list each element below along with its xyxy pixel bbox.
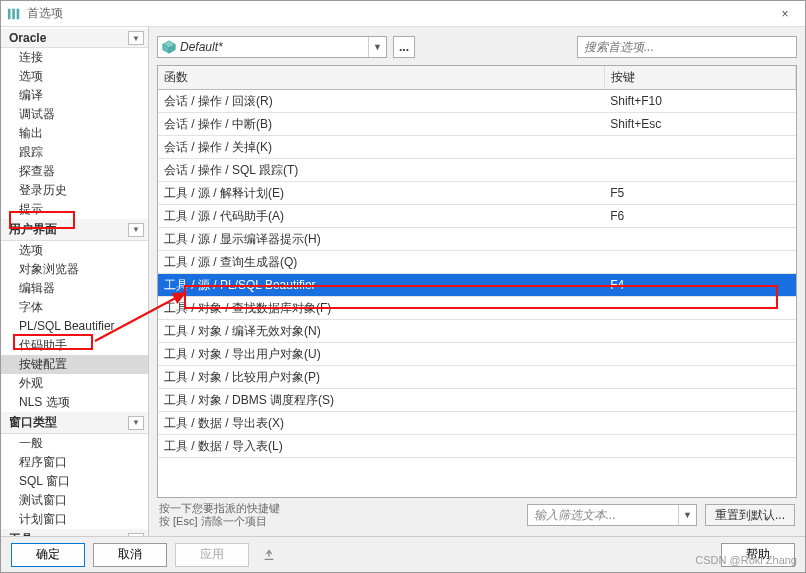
ok-button[interactable]: 确定 xyxy=(11,543,85,567)
cell-key: F5 xyxy=(604,182,795,205)
table-row[interactable]: 工具 / 源 / PL/SQL BeautifierF4 xyxy=(158,274,796,297)
tree-item[interactable]: 程序窗口 xyxy=(1,453,148,472)
cell-function: 会话 / 操作 / SQL 跟踪(T) xyxy=(158,159,604,182)
hint-line-2: 按 [Esc] 清除一个项目 xyxy=(159,515,519,528)
table-row[interactable]: 工具 / 源 / 显示编译器提示(H) xyxy=(158,228,796,251)
search-input[interactable] xyxy=(577,36,797,58)
category-header[interactable]: 窗口类型▼ xyxy=(1,412,148,434)
tree-item[interactable]: 一般 xyxy=(1,434,148,453)
table-row[interactable]: 工具 / 对象 / 查找数据库对象(F) xyxy=(158,297,796,320)
table-row[interactable]: 工具 / 数据 / 导入表(L) xyxy=(158,435,796,458)
tree-item[interactable]: 代码助手 xyxy=(1,336,148,355)
tree-item[interactable]: 字体 xyxy=(1,298,148,317)
filter-combo[interactable]: 输入筛选文本... ▼ xyxy=(527,504,697,526)
cell-key: Shift+F10 xyxy=(604,90,795,113)
chevron-down-icon[interactable]: ▼ xyxy=(128,533,144,537)
cell-key xyxy=(604,297,795,320)
chevron-down-icon[interactable]: ▼ xyxy=(128,31,144,45)
chevron-down-icon[interactable]: ▼ xyxy=(128,416,144,430)
table-row[interactable]: 工具 / 源 / 查询生成器(Q) xyxy=(158,251,796,274)
table-row[interactable]: 会话 / 操作 / 关掉(K) xyxy=(158,136,796,159)
profile-combo[interactable]: Default* ▼ xyxy=(157,36,387,58)
filter-placeholder: 输入筛选文本... xyxy=(534,507,616,524)
cell-function: 工具 / 源 / 解释计划(E) xyxy=(158,182,604,205)
table-row[interactable]: 会话 / 操作 / 中断(B)Shift+Esc xyxy=(158,113,796,136)
tree-item[interactable]: 选项 xyxy=(1,241,148,260)
category-title: Oracle xyxy=(9,31,46,45)
cell-function: 工具 / 数据 / 导出表(X) xyxy=(158,412,604,435)
tree-item[interactable]: NLS 选项 xyxy=(1,393,148,412)
cell-key xyxy=(604,366,795,389)
cube-icon xyxy=(162,40,176,54)
cell-key xyxy=(604,320,795,343)
hint-text: 按一下您要指派的快捷键 按 [Esc] 清除一个项目 xyxy=(159,502,519,528)
tree-item[interactable]: 跟踪 xyxy=(1,143,148,162)
table-row[interactable]: 工具 / 对象 / 编译无效对象(N) xyxy=(158,320,796,343)
cell-function: 工具 / 对象 / DBMS 调度程序(S) xyxy=(158,389,604,412)
tree-item[interactable]: 测试窗口 xyxy=(1,491,148,510)
cell-key: Shift+Esc xyxy=(604,113,795,136)
hint-line-1: 按一下您要指派的快捷键 xyxy=(159,502,519,515)
tree-item[interactable]: SQL 窗口 xyxy=(1,472,148,491)
help-button[interactable]: 帮助 xyxy=(721,543,795,567)
profile-more-button[interactable]: ... xyxy=(393,36,415,58)
cell-function: 工具 / 源 / 显示编译器提示(H) xyxy=(158,228,604,251)
category-header[interactable]: 用户界面▼ xyxy=(1,219,148,241)
chevron-down-icon[interactable]: ▼ xyxy=(128,223,144,237)
category-header[interactable]: 工具▼ xyxy=(1,529,148,536)
table-row[interactable]: 工具 / 数据 / 导出表(X) xyxy=(158,412,796,435)
tree-item[interactable]: 外观 xyxy=(1,374,148,393)
tree-item[interactable]: 编辑器 xyxy=(1,279,148,298)
ellipsis-label: ... xyxy=(399,40,409,54)
col-header-function[interactable]: 函数 xyxy=(158,66,604,90)
cancel-button[interactable]: 取消 xyxy=(93,543,167,567)
cell-key: F6 xyxy=(604,205,795,228)
cell-function: 会话 / 操作 / 关掉(K) xyxy=(158,136,604,159)
tree-item[interactable]: 连接 xyxy=(1,48,148,67)
cell-key xyxy=(604,435,795,458)
close-button[interactable]: × xyxy=(765,1,805,27)
table-row[interactable]: 会话 / 操作 / 回滚(R)Shift+F10 xyxy=(158,90,796,113)
cell-key xyxy=(604,159,795,182)
table-row[interactable]: 工具 / 源 / 代码助手(A)F6 xyxy=(158,205,796,228)
profile-label: Default* xyxy=(180,40,223,54)
col-header-key[interactable]: 按键 xyxy=(604,66,795,90)
category-header[interactable]: Oracle▼ xyxy=(1,29,148,48)
chevron-down-icon: ▼ xyxy=(368,37,386,57)
table-row[interactable]: 工具 / 对象 / DBMS 调度程序(S) xyxy=(158,389,796,412)
apply-button[interactable]: 应用 xyxy=(175,543,249,567)
reset-button[interactable]: 重置到默认... xyxy=(705,504,795,526)
svg-rect-2 xyxy=(17,8,20,19)
cell-key xyxy=(604,251,795,274)
shortcut-table-wrap[interactable]: 函数 按键 会话 / 操作 / 回滚(R)Shift+F10会话 / 操作 / … xyxy=(157,65,797,498)
table-row[interactable]: 工具 / 源 / 解释计划(E)F5 xyxy=(158,182,796,205)
app-icon xyxy=(7,7,21,21)
export-icon-button[interactable] xyxy=(257,543,281,567)
tree-item[interactable]: 提示 xyxy=(1,200,148,219)
tree-item[interactable]: 输出 xyxy=(1,124,148,143)
cell-key xyxy=(604,389,795,412)
category-title: 窗口类型 xyxy=(9,414,57,431)
cell-key xyxy=(604,228,795,251)
category-title: 用户界面 xyxy=(9,221,57,238)
category-tree[interactable]: Oracle▼连接选项编译调试器输出跟踪探查器登录历史提示用户界面▼选项对象浏览… xyxy=(1,27,148,536)
close-icon: × xyxy=(781,7,788,21)
table-row[interactable]: 工具 / 对象 / 比较用户对象(P) xyxy=(158,366,796,389)
tree-item[interactable]: 探查器 xyxy=(1,162,148,181)
tree-item[interactable]: 选项 xyxy=(1,67,148,86)
cell-function: 工具 / 对象 / 比较用户对象(P) xyxy=(158,366,604,389)
cell-function: 工具 / 对象 / 编译无效对象(N) xyxy=(158,320,604,343)
tree-item[interactable]: 按键配置 xyxy=(1,355,148,374)
tree-item[interactable]: 登录历史 xyxy=(1,181,148,200)
cell-function: 工具 / 源 / 查询生成器(Q) xyxy=(158,251,604,274)
cell-function: 工具 / 对象 / 查找数据库对象(F) xyxy=(158,297,604,320)
tree-item[interactable]: PL/SQL Beautifier xyxy=(1,317,148,336)
tree-item[interactable]: 计划窗口 xyxy=(1,510,148,529)
table-row[interactable]: 工具 / 对象 / 导出用户对象(U) xyxy=(158,343,796,366)
tree-item[interactable]: 调试器 xyxy=(1,105,148,124)
tree-item[interactable]: 编译 xyxy=(1,86,148,105)
chevron-down-icon: ▼ xyxy=(678,505,696,525)
tree-item[interactable]: 对象浏览器 xyxy=(1,260,148,279)
svg-rect-0 xyxy=(8,8,11,19)
table-row[interactable]: 会话 / 操作 / SQL 跟踪(T) xyxy=(158,159,796,182)
